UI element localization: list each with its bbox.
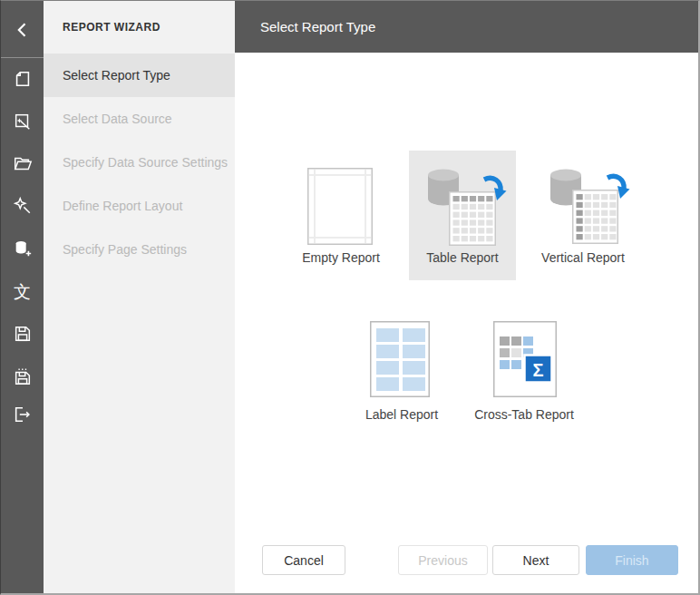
report-type-label[interactable]: Label Report [348, 317, 455, 425]
sigma-badge: Σ [525, 356, 552, 383]
report-wizard-window: 文 REPORT WIZARD Select Report Type Selec… [0, 0, 700, 595]
report-type-cross-tab[interactable]: Σ Cross-Tab Report [471, 317, 578, 425]
step-define-report-layout: Define Report Layout [44, 184, 235, 228]
localization-button[interactable]: 文 [1, 273, 44, 309]
next-button[interactable]: Next [492, 545, 579, 575]
exit-button[interactable] [1, 396, 44, 433]
magic-wand-icon [13, 196, 33, 216]
collapse-panel-button[interactable] [1, 12, 44, 48]
open-folder-icon [13, 153, 33, 173]
save-button[interactable] [1, 316, 44, 352]
step-select-report-type[interactable]: Select Report Type [44, 54, 235, 97]
cross-tab-report-icon: Σ [493, 321, 557, 397]
new-document-icon [13, 69, 33, 89]
toolbar-sidebar: 文 [1, 1, 44, 593]
label-report-icon [370, 321, 430, 397]
report-type-empty[interactable]: Empty Report [287, 151, 394, 280]
table-report-icon [427, 167, 514, 250]
wizard-steps-panel: REPORT WIZARD Select Report Type Select … [44, 1, 235, 593]
main-content: Select Report Type Empty Report [235, 1, 698, 593]
empty-report-icon [307, 168, 373, 245]
wizard-image-icon [13, 112, 33, 132]
save-as-icon [13, 366, 33, 386]
exit-icon [13, 405, 33, 424]
design-in-wizard-button[interactable] [1, 188, 44, 224]
tile-label: Table Report [409, 250, 516, 265]
page-header: Select Report Type [235, 1, 698, 53]
panel-title: REPORT WIZARD [44, 1, 235, 54]
chevron-left-icon [14, 21, 32, 39]
step-specify-data-source-settings: Specify Data Source Settings [44, 141, 235, 184]
svg-text:Σ: Σ [532, 360, 543, 380]
step-specify-page-settings: Specify Page Settings [44, 228, 235, 271]
sidebar-divider [1, 57, 44, 58]
localization-icon: 文 [14, 283, 31, 300]
tile-label: Label Report [348, 407, 455, 422]
finish-button[interactable]: Finish [586, 545, 678, 575]
tile-label: Vertical Report [530, 250, 637, 265]
database-add-icon [13, 239, 33, 258]
add-data-source-button[interactable] [1, 230, 44, 267]
report-wizard-button[interactable] [1, 103, 44, 140]
previous-button[interactable]: Previous [398, 545, 488, 575]
step-select-data-source: Select Data Source [44, 97, 235, 141]
report-type-vertical[interactable]: Vertical Report [530, 151, 637, 280]
open-report-button[interactable] [1, 145, 44, 181]
new-report-button[interactable] [1, 61, 44, 97]
tile-label: Cross-Tab Report [471, 407, 578, 422]
tile-label: Empty Report [287, 250, 394, 265]
save-icon [13, 324, 33, 344]
cancel-button[interactable]: Cancel [262, 545, 345, 575]
report-type-table[interactable]: Table Report [409, 151, 516, 280]
save-as-button[interactable] [1, 358, 44, 395]
page-title: Select Report Type [260, 19, 375, 34]
vertical-report-icon [549, 167, 637, 250]
